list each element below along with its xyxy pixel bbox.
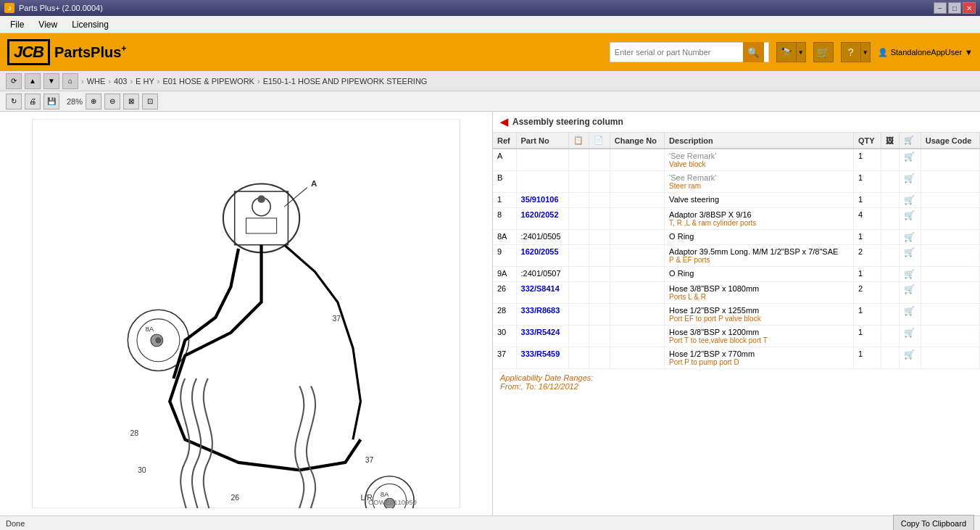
cell-changeno xyxy=(610,347,664,369)
table-row: 26332/S8414Hose 3/8"BSP x 1080mmPorts L … xyxy=(493,282,980,304)
zoom-in-tool[interactable]: ⊕ xyxy=(86,94,101,109)
desc-main: Adaptor 39.5mm Long. M/M 1/2"BSP x 7/8"S… xyxy=(669,247,849,256)
cell-cart[interactable]: 🛒 xyxy=(900,208,921,230)
desc-sub: Ports L & R xyxy=(669,293,849,301)
cell-icon2 xyxy=(589,245,610,267)
cell-partno[interactable]: :2401/0505 xyxy=(516,230,568,245)
help-dropdown[interactable]: ▼ xyxy=(861,42,871,62)
cell-cart[interactable]: 🛒 xyxy=(900,149,921,171)
add-to-cart-icon[interactable]: 🛒 xyxy=(904,195,915,205)
add-to-cart-icon[interactable]: 🛒 xyxy=(904,306,915,316)
desc-main: Hose 1/2"BSP x 770mm xyxy=(669,349,849,358)
cell-ref: 26 xyxy=(493,282,516,304)
breadcrumb-403[interactable]: 403 xyxy=(114,77,127,86)
part-no-text[interactable]: 1620/2052 xyxy=(521,210,559,219)
cell-cart[interactable]: 🛒 xyxy=(900,326,921,347)
part-no-link[interactable]: 332/S8414 xyxy=(521,284,560,293)
cell-qty: 1 xyxy=(853,326,881,347)
zoom-reset-tool[interactable]: ⊡ xyxy=(142,94,158,109)
add-to-cart-icon[interactable]: 🛒 xyxy=(904,247,915,257)
cell-img-icon xyxy=(881,326,899,347)
cell-cart[interactable]: 🛒 xyxy=(900,193,921,208)
cell-partno[interactable]: :2401/0507 xyxy=(516,267,568,282)
binoculars-icon[interactable]: 🔭 xyxy=(776,42,797,62)
cell-partno[interactable]: 333/R8683 xyxy=(516,304,568,326)
part-no-link[interactable]: 35/910106 xyxy=(521,195,559,204)
cell-partno[interactable]: 333/R5459 xyxy=(516,347,568,369)
cell-cart[interactable]: 🛒 xyxy=(900,304,921,326)
binoculars-dropdown[interactable]: ▼ xyxy=(797,42,806,62)
add-to-cart-icon[interactable]: 🛒 xyxy=(904,284,915,294)
menu-view[interactable]: View xyxy=(33,18,63,31)
back-button[interactable]: ⟳ xyxy=(6,73,22,89)
user-dropdown-arrow[interactable]: ▼ xyxy=(965,48,973,57)
applicability-line1: Applicability Date Ranges: xyxy=(500,373,973,382)
cart-icon[interactable]: 🛒 xyxy=(813,42,834,62)
cell-img-icon xyxy=(881,267,899,282)
zoom-out-tool[interactable]: ⊖ xyxy=(104,94,120,109)
breadcrumb-ehy[interactable]: E HY xyxy=(136,77,154,86)
cell-partno[interactable]: 35/910106 xyxy=(516,193,568,208)
part-no-link[interactable]: 333/R5459 xyxy=(521,349,560,358)
cell-ref: 9 xyxy=(493,245,516,267)
part-no-link[interactable]: 333/R8683 xyxy=(521,306,560,315)
cell-cart[interactable]: 🛒 xyxy=(900,171,921,193)
toolbar-row: ↻ 🖨 💾 28% ⊕ ⊖ ⊠ ⊡ xyxy=(0,91,980,112)
part-no-link[interactable]: 333/R5424 xyxy=(521,328,560,336)
svg-text:26: 26 xyxy=(231,493,239,502)
down-button[interactable]: ▼ xyxy=(43,73,59,89)
col-partno: Part No xyxy=(516,133,568,149)
col-changeno: Change No xyxy=(610,133,664,149)
assembly-arrow-icon: ◀ xyxy=(500,116,508,128)
part-no-text[interactable]: 1620/2055 xyxy=(521,247,559,256)
cell-desc: O Ring xyxy=(665,230,854,245)
diagram-pane: A 8A T 8A P/E 9A 9 xyxy=(0,112,493,515)
breadcrumb-whe[interactable]: WHE xyxy=(87,77,106,86)
add-to-cart-icon[interactable]: 🛒 xyxy=(904,328,915,338)
add-to-cart-icon[interactable]: 🛒 xyxy=(904,269,915,279)
breadcrumb-e01[interactable]: E01 HOSE & PIPEWORK xyxy=(162,77,254,86)
cell-partno[interactable]: 1620/2055 xyxy=(516,245,568,267)
cell-cart[interactable]: 🛒 xyxy=(900,282,921,304)
binoculars-btn-group[interactable]: 🔭 ▼ xyxy=(776,42,806,62)
menu-licensing[interactable]: Licensing xyxy=(66,18,115,31)
user-button[interactable]: 👤 StandaloneAppUser ▼ xyxy=(878,48,973,57)
menu-file[interactable]: File xyxy=(4,18,30,31)
cell-desc: Hose 1/2"BSP x 770mmPort P to pump port … xyxy=(665,347,854,369)
up-button[interactable]: ▲ xyxy=(25,73,41,89)
cell-cart[interactable]: 🛒 xyxy=(900,245,921,267)
maximize-button[interactable]: □ xyxy=(948,2,961,14)
copy-clipboard-button[interactable]: Copy To Clipboard xyxy=(893,515,974,531)
add-to-cart-icon[interactable]: 🛒 xyxy=(904,349,915,360)
cell-icon1 xyxy=(568,193,589,208)
minimize-button[interactable]: − xyxy=(934,2,947,14)
print-tool[interactable]: 🖨 xyxy=(25,94,41,109)
cell-cart[interactable]: 🛒 xyxy=(900,267,921,282)
add-to-cart-icon[interactable]: 🛒 xyxy=(904,232,915,242)
cell-cart[interactable]: 🛒 xyxy=(900,347,921,369)
home-button[interactable]: ⌂ xyxy=(62,73,78,89)
add-to-cart-icon[interactable]: 🛒 xyxy=(904,210,915,220)
cell-partno[interactable]: 333/R5424 xyxy=(516,326,568,347)
add-to-cart-icon[interactable]: 🛒 xyxy=(904,173,915,183)
cell-partno[interactable]: 1620/2052 xyxy=(516,208,568,230)
breadcrumb-e150[interactable]: E150-1-1 HOSE AND PIPEWORK STEERING xyxy=(263,77,428,86)
cell-img-icon xyxy=(881,149,899,171)
cell-icon1 xyxy=(568,171,589,193)
save-tool[interactable]: 💾 xyxy=(43,94,59,109)
search-input[interactable] xyxy=(615,48,743,57)
cell-usagecode xyxy=(921,193,979,208)
refresh-tool[interactable]: ↻ xyxy=(6,94,22,109)
cell-usagecode xyxy=(921,304,979,326)
help-btn-group[interactable]: ? ▼ xyxy=(841,42,871,62)
desc-sub: Port P to pump port D xyxy=(669,358,849,366)
cell-icon1 xyxy=(568,149,589,171)
add-to-cart-icon[interactable]: 🛒 xyxy=(904,152,915,162)
search-button[interactable]: 🔍 xyxy=(743,42,764,62)
help-icon[interactable]: ? xyxy=(841,42,861,62)
cell-cart[interactable]: 🛒 xyxy=(900,230,921,245)
cell-partno[interactable]: 332/S8414 xyxy=(516,282,568,304)
close-button[interactable]: ✕ xyxy=(963,2,976,14)
zoom-fit-tool[interactable]: ⊠ xyxy=(123,94,139,109)
desc-sub: Steer ram xyxy=(669,182,849,190)
